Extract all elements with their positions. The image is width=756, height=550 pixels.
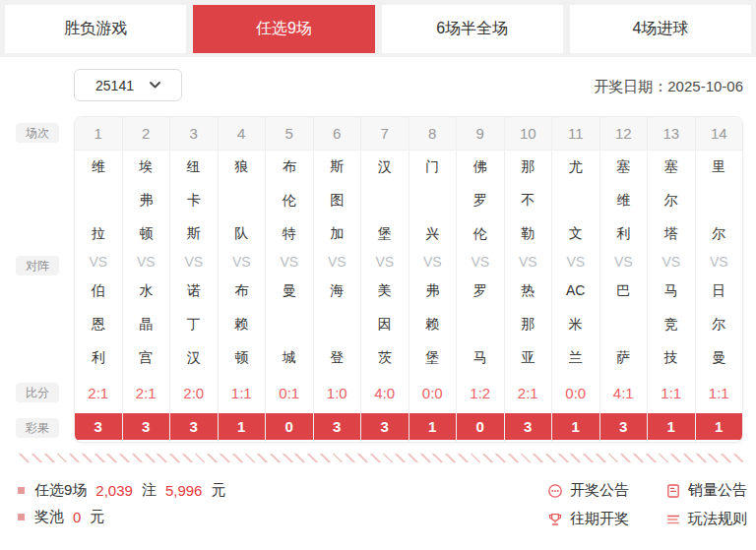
home-team: 维拉	[75, 159, 122, 240]
match-result: 3	[314, 413, 361, 440]
away-team: 热那亚	[505, 283, 552, 364]
away-team-char: 曼	[283, 283, 296, 297]
match-column: 14里尔VS日尔曼1:11	[695, 117, 743, 442]
home-team-char: 队	[234, 226, 248, 240]
away-team: 诺丁汉	[170, 283, 218, 364]
match-number: 3	[170, 117, 218, 151]
home-team: 斯图加	[314, 159, 361, 240]
away-team-char: 茨	[378, 350, 392, 364]
home-team-char: 图	[330, 193, 344, 207]
home-team-char: 纽	[187, 159, 201, 173]
away-team-char: AC	[566, 283, 585, 297]
link-玩法规则[interactable]: 玩法规则	[665, 510, 747, 528]
period-value: 25141	[95, 78, 134, 93]
match-score: 1:0	[314, 373, 361, 413]
away-team-char: 丁	[187, 317, 201, 331]
match-result: 3	[123, 413, 170, 440]
away-team-char: 海	[330, 283, 344, 297]
away-team-char: 亚	[521, 350, 535, 364]
home-team-char: 门	[425, 159, 439, 173]
away-team-char: 米	[569, 317, 583, 331]
match-score: 4:0	[361, 373, 409, 413]
away-team-char: 技	[664, 350, 678, 364]
away-team-char: 竞	[664, 317, 678, 331]
match-column: 5布伦特VS曼城0:10	[265, 117, 313, 442]
home-team-char: 拉	[92, 226, 105, 240]
match-number: 6	[314, 117, 361, 151]
summary-segment: 任选9场	[34, 481, 87, 500]
home-team-char: 斯	[330, 159, 344, 173]
home-team-char: 罗	[473, 193, 487, 207]
home-team: 塞尔塔	[648, 159, 695, 240]
tab-4[interactable]: 4场进球	[570, 5, 751, 53]
match-score: 2:1	[505, 373, 552, 413]
match-score: 1:1	[219, 373, 266, 413]
away-team: 罗马	[457, 283, 504, 364]
match-column: 8门兴VS弗赖堡0:01	[409, 117, 457, 442]
away-team-char: 伯	[92, 283, 105, 297]
bullet-icon	[18, 487, 25, 494]
away-team-char: 曼	[712, 350, 725, 364]
home-team-char: 勒	[521, 226, 535, 240]
home-team-char: 卡	[187, 193, 201, 207]
away-team-char: 美	[378, 283, 392, 297]
tab-1[interactable]: 胜负游戏	[5, 5, 186, 53]
match-column: 4狼队VS布赖顿1:11	[218, 117, 266, 442]
link-开奖公告[interactable]: 开奖公告	[547, 481, 665, 500]
summary-segment: 元	[211, 481, 225, 500]
summary-segment: 5,996	[165, 482, 203, 499]
period-select[interactable]: 25141	[74, 69, 182, 101]
away-team-char: 水	[139, 283, 153, 297]
match-number: 5	[266, 117, 313, 151]
match-number: 13	[648, 117, 695, 151]
away-team: 布赖顿	[219, 283, 266, 364]
match-column: 9佛罗伦VS罗马1:20	[456, 117, 504, 442]
away-team-char: 巴	[616, 283, 630, 297]
sales-report-icon	[665, 483, 681, 499]
vs-label: VS	[266, 249, 313, 275]
row-label-score: 比分	[16, 383, 59, 402]
match-column: 6斯图加VS海登1:03	[313, 117, 361, 442]
match-result: 3	[505, 413, 552, 440]
home-team-char: 加	[330, 226, 344, 240]
away-team-char: 堡	[425, 350, 439, 364]
home-team-char: 布	[283, 159, 296, 173]
row-label-result: 彩果	[16, 418, 59, 438]
away-team: 马竞技	[648, 283, 695, 364]
match-column: 10那不勒VS热那亚2:13	[504, 117, 552, 442]
home-team: 门兴	[410, 159, 457, 240]
tab-3[interactable]: 6场半全场	[382, 5, 563, 53]
home-team-char: 里	[712, 159, 725, 173]
match-score: 2:1	[123, 373, 170, 413]
link-销量公告[interactable]: 销量公告	[665, 481, 747, 500]
results-table: 1维拉VS伯恩利2:132埃弗顿VS水晶宫2:133纽卡斯VS诺丁汉2:034狼…	[74, 116, 743, 443]
vs-label: VS	[505, 249, 552, 275]
away-team-char: 利	[92, 350, 105, 364]
match-number: 12	[600, 117, 648, 151]
home-team-char: 弗	[139, 193, 153, 207]
link-label: 玩法规则	[688, 510, 747, 528]
bullet-icon	[18, 514, 25, 520]
summary-segment: 0	[73, 509, 81, 525]
summary-segment: 奖池	[34, 508, 64, 526]
match-number: 2	[123, 117, 170, 151]
match-number: 1	[75, 117, 122, 151]
home-team-char: 不	[521, 193, 535, 207]
match-column: 3纽卡斯VS诺丁汉2:03	[169, 117, 218, 442]
match-number: 14	[696, 117, 743, 151]
match-score: 4:1	[600, 373, 648, 413]
link-label: 开奖公告	[570, 481, 629, 500]
vs-label: VS	[75, 249, 122, 275]
home-team: 那不勒	[505, 159, 552, 240]
match-score: 1:1	[648, 373, 695, 413]
tab-2[interactable]: 任选9场	[193, 5, 374, 53]
away-team-char: 那	[521, 317, 535, 331]
away-team-char: 顿	[234, 350, 248, 364]
away-team-char: 罗	[473, 283, 487, 297]
rules-icon	[665, 512, 681, 527]
away-team-char: 晶	[139, 317, 153, 331]
link-往期开奖[interactable]: 往期开奖	[547, 510, 665, 528]
hatched-divider	[18, 454, 743, 462]
match-score: 0:0	[410, 373, 457, 413]
match-score: 0:1	[266, 373, 313, 413]
